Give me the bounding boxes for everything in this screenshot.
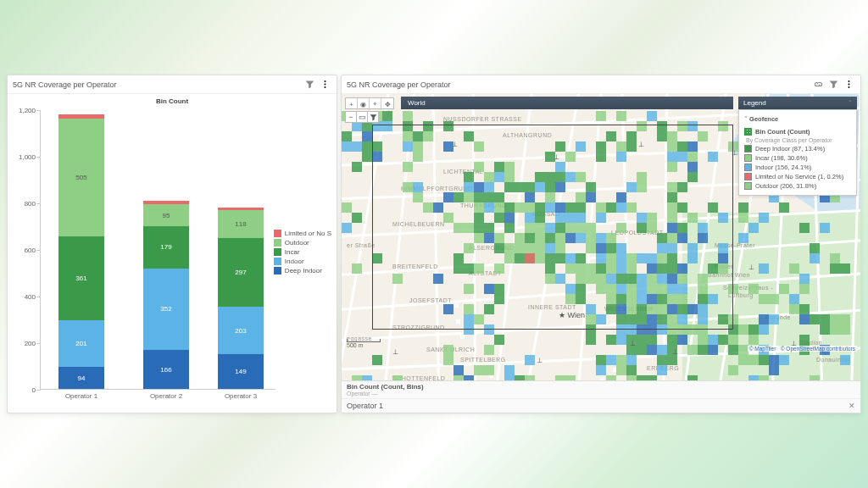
- world-icon[interactable]: ◉: [358, 98, 370, 110]
- legend-item[interactable]: Outdoor: [274, 239, 331, 247]
- operator-selected[interactable]: Operator 1: [347, 402, 383, 410]
- map-breadcrumb[interactable]: World: [401, 97, 733, 109]
- x-category-label: Operator 1: [58, 389, 104, 400]
- target-icon[interactable]: ⌖: [370, 98, 381, 110]
- footer-metric: Bin Count (Count, Bins): [342, 381, 860, 391]
- svg-point-3: [848, 80, 849, 82]
- map-panel-header: 5G NR Coverage per Operator: [342, 75, 860, 94]
- antenna-icon: ⊥: [537, 357, 542, 364]
- bar-operator-2[interactable]: 95179352166: [143, 201, 189, 389]
- map-legend-item[interactable]: Indoor (156, 24.1%): [744, 164, 851, 171]
- select-icon[interactable]: ▭: [356, 111, 368, 123]
- stacked-bar-chart: 02004006008001,0001,20050536120194Operat…: [40, 110, 275, 390]
- legend-item[interactable]: Incar: [274, 248, 331, 256]
- footer-dimension: Operator —: [342, 391, 860, 398]
- svg-point-5: [848, 86, 849, 88]
- bar-operator-1[interactable]: 50536120194: [58, 114, 104, 389]
- map-legend-panel: ˅ GeofenceBin Count (Count)By Coverage C…: [738, 109, 857, 196]
- map-legend-item[interactable]: Deep Indoor (87, 13.4%): [744, 145, 851, 152]
- more-icon[interactable]: [318, 78, 331, 92]
- chart-panel-title: 5G NR Coverage per Operator: [13, 80, 301, 89]
- zoom-out-icon[interactable]: −: [345, 111, 357, 123]
- antenna-icon: ⊥: [672, 348, 678, 356]
- map-panel-title: 5G NR Coverage per Operator: [347, 80, 810, 89]
- map-body: NUSSDORFER STRASSEALTHANGRUNDLICHTENTALH…: [342, 94, 860, 380]
- filter-tool-icon[interactable]: [367, 111, 379, 123]
- geofence-rect: [372, 125, 733, 330]
- map-legend-item[interactable]: Limited or No Service (1, 0.2%): [744, 173, 851, 180]
- zoom-in-icon[interactable]: +: [346, 98, 358, 110]
- chart-panel-header: 5G NR Coverage per Operator: [8, 75, 337, 94]
- legend-item[interactable]: Deep Indoor: [274, 267, 331, 274]
- chart-legend: Limited or No SOutdoorIncarIndoorDeep In…: [274, 230, 331, 276]
- operator-filter-row: Operator 1 ✕: [342, 398, 860, 413]
- map-panel: 5G NR Coverage per Operator NUSSDORFER S…: [341, 75, 861, 413]
- legend-item[interactable]: Limited or No S: [274, 230, 331, 237]
- chart-title: Bin Count: [11, 94, 333, 105]
- close-icon[interactable]: ✕: [849, 402, 855, 410]
- filter-icon[interactable]: [303, 78, 316, 92]
- x-category-label: Operator 2: [143, 389, 189, 400]
- legend-item[interactable]: Indoor: [274, 258, 331, 265]
- map-legend-item[interactable]: Incar (198, 30.6%): [744, 154, 851, 162]
- filter-icon[interactable]: [826, 78, 840, 92]
- locate-icon[interactable]: ✥: [381, 98, 393, 110]
- svg-point-4: [848, 84, 849, 86]
- svg-point-2: [324, 86, 326, 88]
- link-icon[interactable]: [811, 78, 825, 92]
- chevron-up-icon: ˄: [849, 99, 852, 107]
- map-attribution: © MapTiler © OpenStreetMap contributors: [748, 346, 857, 352]
- antenna-icon: ⊥: [630, 340, 636, 347]
- antenna-icon: ⊥: [392, 348, 398, 356]
- scale-bar: 500 m: [347, 339, 381, 348]
- map-toolbar-tools: − ▭: [345, 111, 378, 123]
- bar-operator-3[interactable]: 118297203149: [218, 208, 264, 389]
- breadcrumb-world: World: [408, 99, 426, 107]
- maptiler-link[interactable]: © MapTiler: [749, 346, 776, 352]
- map-legend-item[interactable]: Outdoor (206, 31.8%): [744, 182, 851, 190]
- more-icon[interactable]: [842, 78, 855, 92]
- antenna-icon: ⊥: [748, 263, 754, 271]
- osm-link[interactable]: © OpenStreetMap contributors: [781, 346, 855, 352]
- svg-point-0: [324, 80, 326, 82]
- chart-panel: 5G NR Coverage per Operator Bin Count 02…: [7, 75, 337, 413]
- map-footer: Bin Count (Count, Bins) Operator — Opera…: [342, 380, 860, 413]
- legend-title: Legend: [743, 99, 766, 107]
- map-toolbar-zoom: + ◉ ⌖ ✥: [345, 97, 394, 109]
- legend-toggle[interactable]: Legend ˄: [738, 97, 857, 109]
- svg-point-1: [324, 84, 326, 86]
- x-category-label: Operator 3: [218, 389, 264, 400]
